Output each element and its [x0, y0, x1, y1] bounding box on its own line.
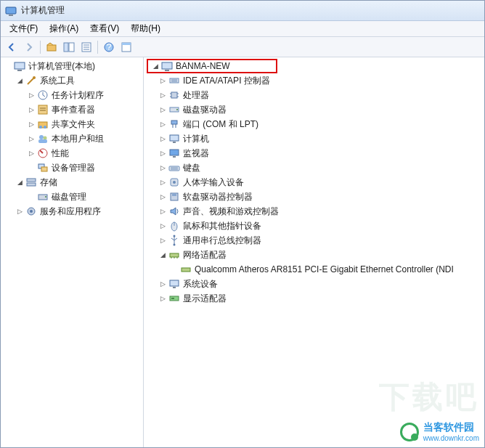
svg-rect-50 — [170, 150, 179, 155]
expander-open-icon[interactable]: ◢ — [151, 62, 160, 70]
device-mouse[interactable]: ▷鼠标和其他指针设备 — [144, 219, 484, 233]
menubar: 文件(F) 操作(A) 查看(V) 帮助(H) — [1, 21, 484, 37]
device-ports[interactable]: ▷端口 (COM 和 LPT) — [144, 117, 484, 131]
expander-closed-icon[interactable]: ▷ — [158, 120, 167, 129]
tree-label: 存储 — [40, 176, 57, 189]
refresh-button[interactable] — [118, 39, 134, 55]
toolbar-separator — [40, 41, 41, 54]
expander-closed-icon[interactable]: ▷ — [27, 105, 36, 114]
tree-system-tools[interactable]: ◢ 系统工具 — [1, 73, 143, 88]
app-icon — [5, 5, 17, 17]
expander-closed-icon[interactable]: ▷ — [158, 294, 167, 303]
tree-label: 服务和应用程序 — [40, 205, 101, 218]
device-ide[interactable]: ▷IDE ATA/ATAPI 控制器 — [144, 73, 484, 88]
expander-closed-icon[interactable]: ▷ — [15, 207, 24, 216]
watermark-brand: 当客软件园 — [423, 421, 479, 434]
left-tree-panel: 计算机管理(本地) ◢ 系统工具 ▷ 任务计划程序 ▷ 事件查看器 ▷ 共享文件… — [1, 57, 144, 447]
svg-rect-29 — [27, 179, 36, 182]
device-system-devices[interactable]: ▷系统设备 — [144, 277, 484, 291]
properties-button[interactable] — [78, 39, 94, 55]
tree-disk-management[interactable]: 磁盘管理 — [1, 190, 143, 204]
svg-rect-17 — [38, 105, 47, 114]
svg-rect-47 — [171, 121, 177, 124]
svg-rect-69 — [173, 287, 176, 288]
port-icon — [168, 118, 180, 130]
tree-label: IDE ATA/ATAPI 控制器 — [183, 75, 270, 87]
expander-closed-icon[interactable]: ▷ — [158, 236, 167, 245]
ide-icon — [168, 75, 180, 86]
device-nic0[interactable]: Qualcomm Atheros AR8151 PCI-E Gigabit Et… — [144, 262, 484, 277]
forward-button[interactable] — [21, 39, 37, 55]
device-keyboards[interactable]: ▷键盘 — [144, 160, 484, 175]
expander-open-icon[interactable]: ◢ — [15, 76, 24, 85]
tree-task-scheduler[interactable]: ▷ 任务计划程序 — [1, 88, 143, 102]
computer-icon — [161, 60, 173, 72]
svg-rect-13 — [15, 62, 25, 69]
back-button[interactable] — [4, 39, 20, 55]
expander-closed-icon[interactable]: ▷ — [158, 149, 167, 158]
svg-rect-4 — [69, 43, 74, 52]
floppy-icon — [168, 191, 180, 203]
clock-icon — [37, 89, 49, 101]
device-computer[interactable]: ▷计算机 — [144, 131, 484, 146]
expander-icon[interactable] — [27, 163, 36, 172]
expander-icon[interactable] — [4, 62, 12, 70]
device-floppy[interactable]: ▷软盘驱动器控制器 — [144, 190, 484, 204]
expander-closed-icon[interactable]: ▷ — [27, 91, 36, 99]
expander-closed-icon[interactable]: ▷ — [158, 207, 167, 216]
tree-label: 处理器 — [183, 89, 209, 102]
tree-root-computer-mgmt[interactable]: 计算机管理(本地) — [1, 59, 143, 73]
device-display[interactable]: ▷显示适配器 — [144, 291, 484, 306]
help-button[interactable]: ? — [101, 39, 117, 55]
menu-action[interactable]: 操作(A) — [44, 21, 84, 36]
show-hide-tree-button[interactable] — [61, 39, 77, 55]
tree-label: 通用串行总线控制器 — [183, 235, 261, 247]
expander-closed-icon[interactable]: ▷ — [158, 76, 167, 85]
expander-closed-icon[interactable]: ▷ — [27, 134, 36, 143]
tree-shared-folders[interactable]: ▷ 共享文件夹 — [1, 117, 143, 131]
expander-closed-icon[interactable]: ▷ — [158, 105, 167, 114]
expander-open-icon[interactable]: ◢ — [15, 178, 24, 187]
device-usb[interactable]: ▷通用串行总线控制器 — [144, 233, 484, 248]
tree-local-users[interactable]: ▷ 本地用户和组 — [1, 131, 143, 146]
titlebar: 计算机管理 — [1, 1, 484, 21]
svg-point-62 — [174, 235, 176, 237]
expander-open-icon[interactable]: ◢ — [158, 251, 167, 259]
device-monitors[interactable]: ▷监视器 — [144, 146, 484, 160]
tree-event-viewer[interactable]: ▷ 事件查看器 — [1, 102, 143, 117]
toolbar-separator — [97, 41, 98, 54]
menu-help[interactable]: 帮助(H) — [125, 21, 166, 36]
hid-icon — [168, 176, 180, 188]
tree-label: 设备管理器 — [52, 162, 95, 174]
device-sound[interactable]: ▷声音、视频和游戏控制器 — [144, 204, 484, 219]
expander-closed-icon[interactable]: ▷ — [158, 178, 167, 187]
expander-closed-icon[interactable]: ▷ — [158, 192, 167, 201]
device-cpu[interactable]: ▷处理器 — [144, 88, 484, 102]
expander-icon[interactable] — [170, 265, 179, 274]
expander-closed-icon[interactable]: ▷ — [158, 134, 167, 143]
expander-closed-icon[interactable]: ▷ — [158, 280, 167, 288]
services-icon — [25, 205, 37, 217]
expander-closed-icon[interactable]: ▷ — [158, 221, 167, 230]
expander-closed-icon[interactable]: ▷ — [27, 149, 36, 158]
device-disk-drives[interactable]: ▷磁盘驱动器 — [144, 102, 484, 117]
tree-storage[interactable]: ◢ 存储 — [1, 175, 143, 190]
computer-icon — [168, 133, 180, 144]
expander-closed-icon[interactable]: ▷ — [27, 120, 36, 129]
menu-file[interactable]: 文件(F) — [4, 21, 44, 36]
svg-point-24 — [44, 137, 47, 140]
up-button[interactable] — [44, 39, 60, 55]
device-root[interactable]: ◢ BANMA-NEW — [147, 59, 277, 73]
mouse-icon — [168, 220, 180, 232]
menu-view[interactable]: 查看(V) — [84, 21, 125, 36]
device-hid[interactable]: ▷人体学输入设备 — [144, 175, 484, 190]
svg-rect-1 — [9, 15, 13, 16]
svg-rect-3 — [64, 43, 68, 52]
expander-closed-icon[interactable]: ▷ — [158, 91, 167, 99]
expander-closed-icon[interactable]: ▷ — [158, 163, 167, 172]
tree-services-apps[interactable]: ▷ 服务和应用程序 — [1, 204, 143, 219]
device-network[interactable]: ◢网络适配器 — [144, 248, 484, 262]
tree-performance[interactable]: ▷ 性能 — [1, 146, 143, 160]
expander-icon[interactable] — [27, 192, 36, 201]
tree-device-manager[interactable]: 设备管理器 — [1, 160, 143, 175]
